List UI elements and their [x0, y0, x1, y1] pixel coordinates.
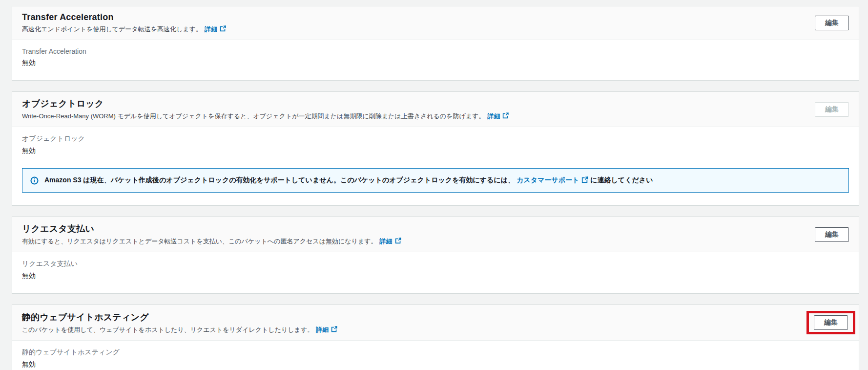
learn-more-link[interactable]: 詳細	[316, 326, 337, 334]
section-body: 静的ウェブサイトホスティング 無効	[12, 341, 859, 370]
learn-more-label: 詳細	[316, 326, 329, 334]
field-label: 静的ウェブサイトホスティング	[22, 348, 849, 357]
learn-more-label: 詳細	[487, 112, 500, 121]
field-value: 無効	[22, 147, 849, 155]
section-body: リクエスタ支払い 無効	[12, 252, 859, 293]
section-title: 静的ウェブサイトホスティング	[22, 311, 337, 323]
learn-more-link[interactable]: 詳細	[205, 25, 226, 34]
learn-more-link[interactable]: 詳細	[380, 237, 401, 246]
object-lock-info-banner: Amazon S3 は現在、バケット作成後のオブジェクトロックの有効化をサポート…	[22, 168, 849, 193]
section-card-object-lock: オブジェクトロック Write-Once-Read-Many (WORM) モデ…	[12, 91, 859, 206]
section-description: Write-Once-Read-Many (WORM) モデルを使用してオブジェ…	[22, 112, 509, 121]
section-title: Transfer Acceleration	[22, 12, 226, 22]
customer-support-label: カスタマーサポート	[517, 176, 579, 185]
section-header: Transfer Acceleration 高速化エンドポイントを使用してデータ…	[12, 6, 859, 40]
learn-more-label: 詳細	[205, 25, 217, 34]
edit-button-requester-pays[interactable]: 編集	[815, 227, 849, 242]
external-link-icon	[502, 112, 509, 120]
section-description: このバケットを使用して、ウェブサイトをホストしたり、リクエストをリダイレクトした…	[22, 326, 337, 334]
description-text: このバケットを使用して、ウェブサイトをホストしたり、リクエストをリダイレクトした…	[22, 326, 313, 334]
section-description: 有効にすると、リクエスタはリクエストとデータ転送コストを支払い、このバケットへの…	[22, 237, 401, 246]
field-label: Transfer Acceleration	[22, 47, 849, 55]
learn-more-label: 詳細	[380, 237, 393, 246]
section-header: オブジェクトロック Write-Once-Read-Many (WORM) モデ…	[12, 92, 859, 127]
field-label: オブジェクトロック	[22, 134, 849, 143]
edit-button-static-website-hosting[interactable]: 編集	[814, 315, 848, 330]
section-header: リクエスタ支払い 有効にすると、リクエスタはリクエストとデータ転送コストを支払い…	[12, 217, 859, 252]
banner-text-after: に連絡してください	[590, 176, 653, 184]
description-text: 有効にすると、リクエスタはリクエストとデータ転送コストを支払い、このバケットへの…	[22, 237, 377, 246]
section-body: Transfer Acceleration 無効	[12, 40, 859, 80]
section-title: リクエスタ支払い	[22, 223, 401, 235]
field-label: リクエスタ支払い	[22, 260, 849, 268]
external-link-icon	[220, 25, 226, 33]
section-card-static-website-hosting: 静的ウェブサイトホスティング このバケットを使用して、ウェブサイトをホストしたり…	[12, 305, 859, 370]
external-link-icon	[581, 176, 588, 185]
customer-support-link[interactable]: カスタマーサポート	[517, 176, 588, 185]
section-title: オブジェクトロック	[22, 98, 509, 109]
section-header: 静的ウェブサイトホスティング このバケットを使用して、ウェブサイトをホストしたり…	[12, 305, 859, 341]
banner-text-before: Amazon S3 は現在、バケット作成後のオブジェクトロックの有効化をサポート…	[44, 176, 515, 184]
description-text: 高速化エンドポイントを使用してデータ転送を高速化します。	[22, 25, 202, 34]
edit-button-transfer-acceleration[interactable]: 編集	[815, 16, 849, 30]
description-text: Write-Once-Read-Many (WORM) モデルを使用してオブジェ…	[22, 112, 485, 121]
header-text: オブジェクトロック Write-Once-Read-Many (WORM) モデ…	[22, 98, 509, 121]
field-value: 無効	[22, 59, 849, 67]
section-card-requester-pays: リクエスタ支払い 有効にすると、リクエスタはリクエストとデータ転送コストを支払い…	[12, 217, 859, 294]
header-text: リクエスタ支払い 有効にすると、リクエスタはリクエストとデータ転送コストを支払い…	[22, 223, 401, 246]
header-text: 静的ウェブサイトホスティング このバケットを使用して、ウェブサイトをホストしたり…	[22, 311, 337, 334]
field-value: 無効	[22, 360, 849, 369]
external-link-icon	[331, 326, 337, 334]
section-card-transfer-acceleration: Transfer Acceleration 高速化エンドポイントを使用してデータ…	[12, 6, 859, 81]
header-text: Transfer Acceleration 高速化エンドポイントを使用してデータ…	[22, 12, 226, 34]
edit-button-object-lock[interactable]: 編集	[815, 102, 849, 117]
field-value: 無効	[22, 272, 849, 281]
banner-text: Amazon S3 は現在、バケット作成後のオブジェクトロックの有効化をサポート…	[44, 176, 653, 185]
section-description: 高速化エンドポイントを使用してデータ転送を高速化します。 詳細	[22, 25, 226, 34]
red-annotation-box: 編集	[806, 311, 855, 334]
learn-more-link[interactable]: 詳細	[487, 112, 509, 121]
properties-page: Transfer Acceleration 高速化エンドポイントを使用してデータ…	[0, 0, 868, 370]
info-icon	[30, 176, 39, 185]
section-body: オブジェクトロック 無効 Amazon S3 は現在、バケット作成後のオブジェク…	[12, 127, 859, 205]
external-link-icon	[395, 238, 401, 245]
